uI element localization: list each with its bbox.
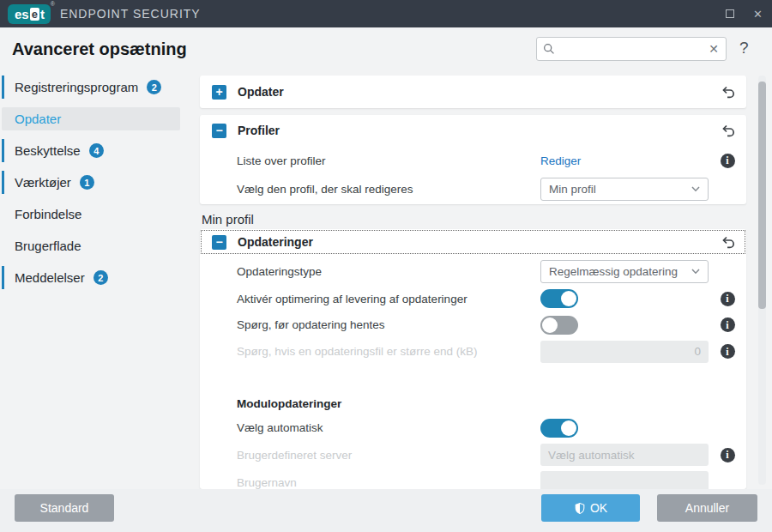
brugernavn-input [540,471,709,489]
scrollbar-track[interactable] [758,76,766,485]
settings-content: + Opdater − Profiler Liste over profil [200,76,746,489]
maximize-button[interactable] [715,0,744,27]
sidebar-item-vaerktojer[interactable]: Værktøjer 1 [2,171,180,194]
section-opdater-header[interactable]: + Opdater [200,76,746,108]
maximize-icon [726,9,734,18]
setting-label: Aktivér optimering af levering af opdate… [237,293,540,305]
setting-label: Vælg automatisk [237,421,540,434]
product-name: ENDPOINT SECURITY [60,7,201,21]
collapse-icon[interactable]: − [212,124,226,138]
info-icon[interactable]: i [721,317,735,332]
notification-badge: 2 [93,270,108,285]
sidebar-item-beskyttelse[interactable]: Beskyttelse 4 [2,139,180,162]
expand-icon[interactable]: + [212,85,226,100]
server-input: Vælg automatisk [540,444,709,466]
setting-row-brugerdefineret-server: Brugerdefineret server Vælg automatisk i [200,441,746,469]
uac-shield-icon [574,502,586,515]
sidebar-item-label: Værktøjer [15,175,71,190]
ok-label: OK [590,501,607,515]
chevron-down-icon [691,186,700,192]
notification-badge: 1 [80,175,94,190]
eset-logo: eset ® [8,4,51,24]
sidebar-item-meddelelser[interactable]: Meddelelser 2 [2,266,180,289]
section-opdateringer-header[interactable]: − Opdateringer [200,229,746,255]
search-icon [543,43,555,55]
undo-icon [721,84,736,100]
annuller-button[interactable]: Annuller [657,494,757,522]
search-input[interactable] [560,43,708,56]
ok-button[interactable]: OK [541,494,640,522]
footer: Standard OK Annuller [0,489,772,532]
toggle-optimering[interactable] [540,289,578,308]
undo-icon [721,123,736,138]
toggle-knob [561,420,576,436]
undo-icon [721,234,736,250]
chevron-down-icon [691,269,700,275]
setting-label: Liste over profiler [237,154,540,167]
revert-button[interactable] [721,234,736,250]
setting-row-vaelg-automatisk: Vælg automatisk [200,414,746,441]
toggle-knob [561,291,576,306]
sidebar-item-label: Opdater [15,112,61,126]
registered-mark: ® [51,1,55,7]
profile-dropdown[interactable]: Min profil [540,178,709,201]
standard-button[interactable]: Standard [15,494,114,522]
sidebar-item-label: Meddelelser [15,270,85,285]
toggle-sporg[interactable] [540,316,578,335]
dropdown-value: Min profil [549,183,596,196]
section-profiler-header[interactable]: − Profiler [200,115,746,146]
section-opdater: + Opdater [200,76,746,108]
modulopdateringer-heading: Modulopdateringer [200,393,746,414]
search-box[interactable]: ✕ [536,37,727,61]
section-profiler: − Profiler Liste over profiler Rediger i… [200,115,746,204]
logo-text-es: es [15,8,29,21]
sidebar-item-label: Registreringsprogram [15,80,138,94]
section-title: Profiler [238,124,280,137]
toggle-knob [542,317,558,333]
sidebar-item-forbindelse[interactable]: Forbindelse [2,203,180,226]
section-title: Opdateringer [238,235,313,249]
scrollbar-thumb[interactable] [758,82,766,309]
section-title: Opdater [238,85,284,99]
info-icon[interactable]: i [721,344,735,359]
revert-button[interactable] [721,123,736,138]
logo-text-e: e [30,8,39,21]
setting-label: Brugerdefineret server [237,449,540,462]
sidebar-item-opdater[interactable]: Opdater [2,107,180,130]
kb-limit-input: 0 [540,341,709,363]
logo-text-t: t [40,8,45,21]
notification-badge: 4 [89,143,104,158]
info-icon[interactable]: i [721,292,735,306]
sidebar-item-label: Beskyttelse [15,143,81,158]
setting-row-opdateringstype: Opdateringstype Regelmæssig opdatering [200,257,746,286]
spacer [200,365,746,393]
sidebar-item-label: Brugerflade [15,239,81,253]
search-clear-icon[interactable]: ✕ [708,42,720,56]
close-button[interactable]: ✕ [744,0,772,27]
toggle-vaelg-automatisk[interactable] [540,419,578,438]
sidebar-item-brugerflade[interactable]: Brugerflade [2,234,180,257]
setting-label: Spørg, før opdatering hentes [237,318,540,331]
help-icon[interactable]: ? [739,39,749,57]
sidebar-item-registreringsprogram[interactable]: Registreringsprogram 2 [2,76,180,99]
sidebar-item-label: Forbindelse [15,207,81,221]
setting-label: Vælg den profil, der skal redigeres [237,183,540,196]
setting-row-brugernavn: Brugernavn [200,469,746,489]
page-title: Avanceret opsætning [12,39,187,59]
setting-row-vaelg-profil: Vælg den profil, der skal redigeres Min … [200,175,746,203]
setting-label: Opdateringstype [237,265,540,278]
notification-badge: 2 [147,80,161,94]
titlebar: eset ® ENDPOINT SECURITY ✕ [0,0,772,27]
profile-group-heading: Min profil [200,209,746,229]
dropdown-value: Regelmæssig opdatering [549,265,678,278]
setting-label: Spørg, hvis en opdateringsfil er større … [237,345,540,358]
setting-row-optimering: Aktivér optimering af levering af opdate… [200,286,746,311]
revert-button[interactable] [721,84,736,100]
update-type-dropdown[interactable]: Regelmæssig opdatering [540,260,709,283]
setting-row-sporg: Spørg, før opdatering hentes i [200,311,746,338]
collapse-icon[interactable]: − [212,235,226,250]
info-icon[interactable]: i [721,154,735,168]
info-icon[interactable]: i [721,448,735,462]
rediger-link[interactable]: Rediger [540,154,581,167]
section-opdateringer: − Opdateringer Opdateringstype Regelmæss… [200,229,746,489]
